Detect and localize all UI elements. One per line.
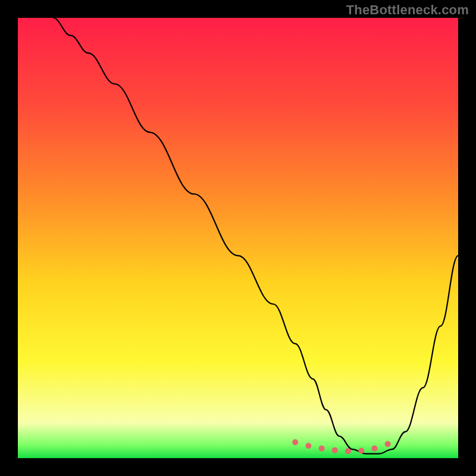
- gradient-rect: [18, 18, 458, 458]
- plot-svg: [18, 18, 458, 458]
- chart-frame: TheBottleneck.com: [0, 0, 476, 476]
- watermark-text: TheBottleneck.com: [346, 2, 469, 18]
- plot-area: [18, 18, 458, 458]
